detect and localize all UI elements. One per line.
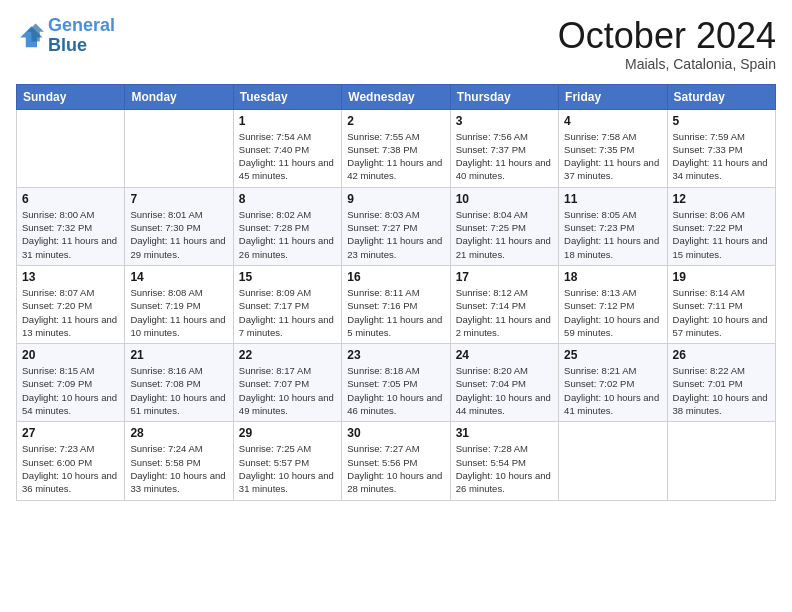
calendar-body: 1Sunrise: 7:54 AM Sunset: 7:40 PM Daylig…: [17, 109, 776, 500]
calendar-cell: 29Sunrise: 7:25 AM Sunset: 5:57 PM Dayli…: [233, 422, 341, 500]
day-info: Sunrise: 8:20 AM Sunset: 7:04 PM Dayligh…: [456, 364, 553, 417]
calendar-cell: 15Sunrise: 8:09 AM Sunset: 7:17 PM Dayli…: [233, 265, 341, 343]
day-number: 19: [673, 270, 770, 284]
day-info: Sunrise: 7:58 AM Sunset: 7:35 PM Dayligh…: [564, 130, 661, 183]
logo-icon: [16, 22, 44, 50]
day-info: Sunrise: 8:12 AM Sunset: 7:14 PM Dayligh…: [456, 286, 553, 339]
calendar-week-2: 6Sunrise: 8:00 AM Sunset: 7:32 PM Daylig…: [17, 187, 776, 265]
day-info: Sunrise: 8:11 AM Sunset: 7:16 PM Dayligh…: [347, 286, 444, 339]
day-info: Sunrise: 7:24 AM Sunset: 5:58 PM Dayligh…: [130, 442, 227, 495]
day-info: Sunrise: 8:09 AM Sunset: 7:17 PM Dayligh…: [239, 286, 336, 339]
weekday-header-tuesday: Tuesday: [233, 84, 341, 109]
calendar-cell: 13Sunrise: 8:07 AM Sunset: 7:20 PM Dayli…: [17, 265, 125, 343]
day-info: Sunrise: 8:18 AM Sunset: 7:05 PM Dayligh…: [347, 364, 444, 417]
calendar-cell: [667, 422, 775, 500]
calendar-cell: 25Sunrise: 8:21 AM Sunset: 7:02 PM Dayli…: [559, 344, 667, 422]
day-info: Sunrise: 8:01 AM Sunset: 7:30 PM Dayligh…: [130, 208, 227, 261]
day-number: 14: [130, 270, 227, 284]
day-number: 5: [673, 114, 770, 128]
day-info: Sunrise: 8:15 AM Sunset: 7:09 PM Dayligh…: [22, 364, 119, 417]
calendar-cell: 17Sunrise: 8:12 AM Sunset: 7:14 PM Dayli…: [450, 265, 558, 343]
calendar-cell: 19Sunrise: 8:14 AM Sunset: 7:11 PM Dayli…: [667, 265, 775, 343]
weekday-header-thursday: Thursday: [450, 84, 558, 109]
calendar-cell: [125, 109, 233, 187]
day-number: 22: [239, 348, 336, 362]
calendar-cell: 9Sunrise: 8:03 AM Sunset: 7:27 PM Daylig…: [342, 187, 450, 265]
logo: General Blue: [16, 16, 115, 56]
calendar-cell: 24Sunrise: 8:20 AM Sunset: 7:04 PM Dayli…: [450, 344, 558, 422]
day-number: 13: [22, 270, 119, 284]
calendar-cell: 2Sunrise: 7:55 AM Sunset: 7:38 PM Daylig…: [342, 109, 450, 187]
calendar-cell: 31Sunrise: 7:28 AM Sunset: 5:54 PM Dayli…: [450, 422, 558, 500]
day-number: 15: [239, 270, 336, 284]
day-number: 25: [564, 348, 661, 362]
page-header: General Blue October 2024 Maials, Catalo…: [16, 16, 776, 72]
calendar-week-3: 13Sunrise: 8:07 AM Sunset: 7:20 PM Dayli…: [17, 265, 776, 343]
day-info: Sunrise: 8:05 AM Sunset: 7:23 PM Dayligh…: [564, 208, 661, 261]
day-number: 11: [564, 192, 661, 206]
day-info: Sunrise: 8:06 AM Sunset: 7:22 PM Dayligh…: [673, 208, 770, 261]
day-number: 18: [564, 270, 661, 284]
calendar-cell: 5Sunrise: 7:59 AM Sunset: 7:33 PM Daylig…: [667, 109, 775, 187]
calendar-cell: 8Sunrise: 8:02 AM Sunset: 7:28 PM Daylig…: [233, 187, 341, 265]
day-number: 6: [22, 192, 119, 206]
calendar-cell: 28Sunrise: 7:24 AM Sunset: 5:58 PM Dayli…: [125, 422, 233, 500]
day-info: Sunrise: 8:21 AM Sunset: 7:02 PM Dayligh…: [564, 364, 661, 417]
day-number: 26: [673, 348, 770, 362]
calendar-cell: 30Sunrise: 7:27 AM Sunset: 5:56 PM Dayli…: [342, 422, 450, 500]
day-number: 1: [239, 114, 336, 128]
day-number: 2: [347, 114, 444, 128]
calendar-cell: [559, 422, 667, 500]
day-info: Sunrise: 8:02 AM Sunset: 7:28 PM Dayligh…: [239, 208, 336, 261]
day-info: Sunrise: 7:23 AM Sunset: 6:00 PM Dayligh…: [22, 442, 119, 495]
day-number: 24: [456, 348, 553, 362]
day-number: 23: [347, 348, 444, 362]
month-title: October 2024: [558, 16, 776, 56]
calendar-cell: 12Sunrise: 8:06 AM Sunset: 7:22 PM Dayli…: [667, 187, 775, 265]
logo-text: General Blue: [48, 16, 115, 56]
day-info: Sunrise: 8:04 AM Sunset: 7:25 PM Dayligh…: [456, 208, 553, 261]
calendar-cell: 6Sunrise: 8:00 AM Sunset: 7:32 PM Daylig…: [17, 187, 125, 265]
weekday-header-friday: Friday: [559, 84, 667, 109]
title-block: October 2024 Maials, Catalonia, Spain: [558, 16, 776, 72]
calendar-week-1: 1Sunrise: 7:54 AM Sunset: 7:40 PM Daylig…: [17, 109, 776, 187]
day-number: 20: [22, 348, 119, 362]
day-info: Sunrise: 8:16 AM Sunset: 7:08 PM Dayligh…: [130, 364, 227, 417]
day-number: 7: [130, 192, 227, 206]
calendar-cell: 3Sunrise: 7:56 AM Sunset: 7:37 PM Daylig…: [450, 109, 558, 187]
calendar-cell: 10Sunrise: 8:04 AM Sunset: 7:25 PM Dayli…: [450, 187, 558, 265]
day-info: Sunrise: 8:03 AM Sunset: 7:27 PM Dayligh…: [347, 208, 444, 261]
day-info: Sunrise: 7:59 AM Sunset: 7:33 PM Dayligh…: [673, 130, 770, 183]
calendar-cell: [17, 109, 125, 187]
day-number: 17: [456, 270, 553, 284]
day-info: Sunrise: 8:13 AM Sunset: 7:12 PM Dayligh…: [564, 286, 661, 339]
weekday-header-row: SundayMondayTuesdayWednesdayThursdayFrid…: [17, 84, 776, 109]
location: Maials, Catalonia, Spain: [558, 56, 776, 72]
calendar-cell: 27Sunrise: 7:23 AM Sunset: 6:00 PM Dayli…: [17, 422, 125, 500]
calendar-cell: 21Sunrise: 8:16 AM Sunset: 7:08 PM Dayli…: [125, 344, 233, 422]
day-number: 8: [239, 192, 336, 206]
calendar-cell: 26Sunrise: 8:22 AM Sunset: 7:01 PM Dayli…: [667, 344, 775, 422]
day-number: 29: [239, 426, 336, 440]
calendar-cell: 18Sunrise: 8:13 AM Sunset: 7:12 PM Dayli…: [559, 265, 667, 343]
calendar-cell: 22Sunrise: 8:17 AM Sunset: 7:07 PM Dayli…: [233, 344, 341, 422]
day-info: Sunrise: 8:08 AM Sunset: 7:19 PM Dayligh…: [130, 286, 227, 339]
calendar-cell: 16Sunrise: 8:11 AM Sunset: 7:16 PM Dayli…: [342, 265, 450, 343]
day-info: Sunrise: 7:54 AM Sunset: 7:40 PM Dayligh…: [239, 130, 336, 183]
calendar-cell: 4Sunrise: 7:58 AM Sunset: 7:35 PM Daylig…: [559, 109, 667, 187]
day-number: 27: [22, 426, 119, 440]
calendar-header: SundayMondayTuesdayWednesdayThursdayFrid…: [17, 84, 776, 109]
day-number: 3: [456, 114, 553, 128]
day-info: Sunrise: 8:00 AM Sunset: 7:32 PM Dayligh…: [22, 208, 119, 261]
weekday-header-wednesday: Wednesday: [342, 84, 450, 109]
calendar-week-5: 27Sunrise: 7:23 AM Sunset: 6:00 PM Dayli…: [17, 422, 776, 500]
day-number: 9: [347, 192, 444, 206]
day-info: Sunrise: 8:14 AM Sunset: 7:11 PM Dayligh…: [673, 286, 770, 339]
calendar-cell: 14Sunrise: 8:08 AM Sunset: 7:19 PM Dayli…: [125, 265, 233, 343]
day-number: 31: [456, 426, 553, 440]
day-info: Sunrise: 7:55 AM Sunset: 7:38 PM Dayligh…: [347, 130, 444, 183]
day-info: Sunrise: 7:27 AM Sunset: 5:56 PM Dayligh…: [347, 442, 444, 495]
day-number: 10: [456, 192, 553, 206]
day-info: Sunrise: 7:56 AM Sunset: 7:37 PM Dayligh…: [456, 130, 553, 183]
day-number: 16: [347, 270, 444, 284]
